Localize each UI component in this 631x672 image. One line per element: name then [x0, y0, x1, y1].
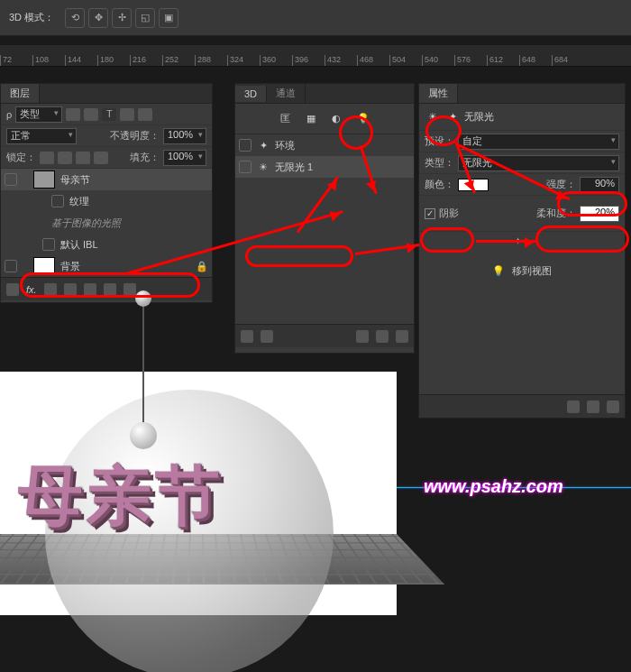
opacity-label: 不透明度： [110, 129, 160, 143]
visibility-toggle[interactable] [42, 238, 55, 251]
layer-row-muqinjie[interactable]: 母亲节 [1, 169, 212, 190]
softness-input[interactable]: 20% [580, 206, 619, 222]
fill-label: 填充： [130, 151, 160, 164]
light-new-icon[interactable] [261, 330, 273, 343]
shadow-checkbox[interactable] [425, 208, 435, 219]
visibility-toggle[interactable] [5, 260, 17, 272]
layer-name: 基于图像的光照 [51, 216, 121, 230]
fx-icon[interactable]: fx. [26, 284, 37, 295]
lock-trans-icon[interactable] [40, 152, 54, 164]
filter-shape-icon[interactable] [120, 108, 134, 121]
cube-icon[interactable]: ▣ [159, 8, 178, 28]
ruler-tick: 288 [195, 55, 227, 66]
layer-row-default-ibl[interactable]: 默认 IBL [1, 234, 212, 255]
filter-smart-icon[interactable] [138, 108, 152, 121]
lock-pos-icon[interactable] [76, 152, 90, 164]
ruler-tick: 396 [292, 55, 325, 66]
sun-icon: ☀ [425, 111, 441, 123]
anno-arrow-6 [476, 240, 537, 243]
filter-adjust-icon[interactable] [84, 108, 98, 121]
layer-thumb[interactable] [33, 170, 55, 189]
layer-name: 背景 [60, 260, 80, 273]
watermark: www.psahz.com [424, 476, 563, 497]
sun-icon: ☀ [257, 161, 270, 173]
trash-icon[interactable] [607, 400, 619, 413]
ruler-tick: 360 [260, 55, 292, 66]
render-icon[interactable] [567, 400, 580, 413]
3d-row-infinite-light[interactable]: ☀ 无限光 1 [235, 156, 414, 178]
horizontal-ruler: 7210814418021625228832436039643246850454… [0, 45, 631, 67]
visibility-toggle[interactable] [239, 139, 251, 152]
filter-kind-select[interactable]: 类型 [15, 106, 62, 123]
new-icon[interactable] [376, 330, 389, 343]
bulb-icon: 💡 [492, 265, 505, 277]
shadow-label: 阴影 [439, 207, 459, 220]
filter-text-icon[interactable]: T [102, 108, 116, 121]
tab-layers[interactable]: 图层 [1, 84, 40, 103]
move-to-view-row: 💡 移到视图 [419, 255, 625, 286]
lock-pixel-icon[interactable] [58, 152, 72, 164]
document-canvas[interactable]: 母亲节 [0, 372, 397, 615]
properties-footer [419, 394, 625, 418]
light-icon[interactable]: 💡 [357, 113, 370, 124]
trash-icon[interactable] [123, 283, 136, 296]
mask-icon[interactable] [44, 283, 57, 296]
visibility-toggle[interactable] [5, 173, 17, 186]
move-icon[interactable]: ✢ [112, 8, 132, 28]
properties-header: 属性 [419, 84, 625, 104]
move-to-view-button[interactable]: 移到视图 [512, 264, 552, 278]
pan-icon[interactable]: ✥ [88, 8, 108, 28]
3d-panel: 3D 通道 匡 ▦ ◐ 💡 ✦ 环境 ☀ 无限光 1 [234, 83, 415, 354]
3d-item-name: 无限光 1 [275, 161, 313, 174]
ruler-tick: 432 [325, 55, 357, 66]
visibility-toggle[interactable] [239, 161, 251, 173]
softness-label: 柔和度： [536, 207, 576, 220]
ruler-tick: 216 [130, 55, 162, 66]
ruler-tick: 576 [454, 55, 487, 66]
ground-icon[interactable] [241, 330, 253, 343]
lock-all-icon[interactable] [94, 152, 108, 164]
3d-mode-label: 3D 模式： [9, 11, 54, 24]
adjust-icon[interactable] [64, 283, 77, 296]
render-icon[interactable] [356, 330, 369, 343]
blend-opacity-row: 正常 不透明度： 100% [1, 125, 212, 147]
3d-item-name: 环境 [275, 139, 295, 152]
filter-pixel-icon[interactable] [66, 108, 80, 121]
orbit-icon[interactable]: ⟲ [65, 8, 85, 28]
tab-3d[interactable]: 3D [235, 86, 267, 102]
mesh-icon[interactable]: ▦ [306, 113, 316, 124]
scene-icon[interactable]: 匡 [280, 112, 290, 125]
3d-row-environment[interactable]: ✦ 环境 [235, 134, 414, 156]
ruler-tick: 468 [357, 55, 389, 66]
ruler-tick: 540 [422, 55, 454, 66]
layer-row-texture[interactable]: 纹理 [1, 190, 212, 212]
opacity-input[interactable]: 100% [163, 128, 206, 144]
layer-row-ibl-caption[interactable]: 基于图像的光照 [1, 212, 212, 234]
layer-filter-row: ρ 类型 T [1, 104, 212, 125]
reset-icon[interactable] [587, 400, 599, 413]
type-label: 类型： [425, 156, 454, 170]
intensity-input[interactable]: 90% [580, 177, 619, 193]
scale-icon[interactable]: ◱ [135, 8, 155, 28]
tab-properties[interactable]: 属性 [419, 84, 458, 103]
3d-text[interactable]: 母亲节 [18, 453, 224, 539]
light-gizmo[interactable] [142, 305, 144, 437]
preset-row: 预设： 自定 [419, 131, 625, 152]
light-type-label: 无限光 [464, 110, 494, 124]
material-icon[interactable]: ◐ [332, 113, 341, 124]
layers-panel-header[interactable]: 图层 [1, 84, 212, 104]
link-icon[interactable] [6, 283, 19, 296]
layer-name: 纹理 [69, 195, 89, 208]
fill-input[interactable]: 100% [163, 150, 206, 166]
tab-channels[interactable]: 通道 [267, 84, 306, 103]
trash-icon[interactable] [396, 330, 408, 343]
folder-icon[interactable] [84, 283, 96, 296]
new-icon[interactable] [104, 283, 116, 296]
properties-panel: 属性 ☀ ✦ 无限光 预设： 自定 类型： 无限光 颜色： 强度： 90% 阴影… [418, 83, 626, 419]
ruler-tick: 504 [389, 55, 422, 66]
visibility-toggle[interactable] [51, 195, 64, 207]
blend-mode-select[interactable]: 正常 [6, 128, 77, 144]
layer-thumb[interactable] [33, 257, 55, 275]
ruler-tick: 324 [227, 55, 260, 66]
preset-select[interactable]: 自定 [458, 133, 619, 150]
